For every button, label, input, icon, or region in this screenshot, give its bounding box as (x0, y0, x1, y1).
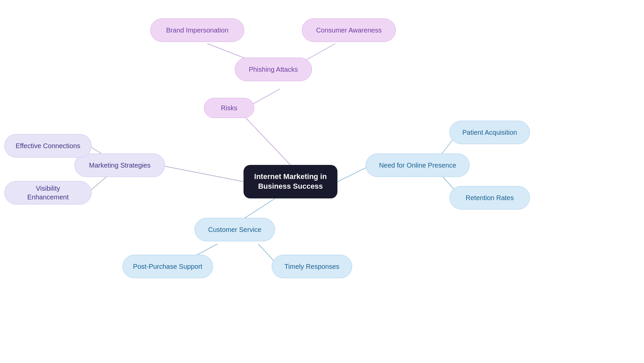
effective-label: Effective Connections (5, 135, 90, 156)
customer-service-node: Customer Service (195, 218, 275, 241)
timely-responses-node: Timely Responses (272, 255, 352, 278)
consumer-awareness-node: Consumer Awareness (302, 18, 396, 42)
consumer-label: Consumer Awareness (306, 20, 391, 41)
visibility-enhancement-node: Visibility Enhancement (4, 181, 92, 204)
timely-label: Timely Responses (274, 256, 350, 277)
patient-label: Patient Acquisition (452, 122, 527, 143)
phishing-node: Phishing Attacks (235, 58, 312, 81)
effective-connections-node: Effective Connections (4, 134, 92, 158)
visibility-label: Visibility Enhancement (5, 178, 91, 207)
online-label: Need for Online Presence (369, 155, 466, 176)
svg-line-0 (246, 118, 290, 165)
retention-label: Retention Rates (455, 187, 524, 208)
center-node: Internet Marketing in Business Success (244, 165, 337, 198)
customer-label: Customer Service (198, 219, 272, 240)
risks-label: Risks (211, 98, 248, 118)
center-label: Internet Marketing in Business Success (244, 166, 337, 197)
post-purchase-node: Post-Purchase Support (122, 255, 213, 278)
marketing-label: Marketing Strategies (79, 155, 160, 176)
postpurchase-label: Post-Purchase Support (123, 256, 213, 277)
brand-impersonation-node: Brand Impersonation (150, 18, 244, 42)
risks-node: Risks (204, 98, 254, 118)
brand-label: Brand Impersonation (156, 20, 238, 41)
svg-line-10 (337, 166, 369, 182)
phishing-label: Phishing Attacks (239, 59, 308, 80)
retention-rates-node: Retention Rates (449, 186, 530, 209)
svg-line-4 (165, 166, 244, 182)
marketing-strategies-node: Marketing Strategies (74, 154, 165, 177)
online-presence-node: Need for Online Presence (366, 154, 470, 177)
patient-acquisition-node: Patient Acquisition (449, 121, 530, 144)
